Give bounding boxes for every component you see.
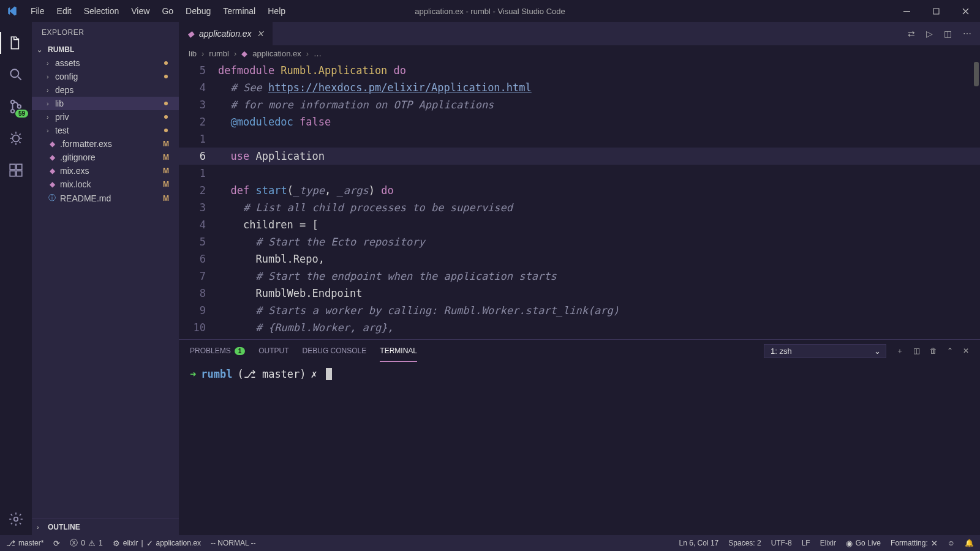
menu-view[interactable]: View <box>125 1 156 21</box>
crumb[interactable]: rumbl <box>209 49 229 58</box>
extensions-icon[interactable] <box>0 154 32 186</box>
chevron-right-icon: › <box>47 59 55 67</box>
panel-tab-terminal[interactable]: TERMINAL <box>380 340 417 362</box>
tree-label: assets <box>55 58 164 68</box>
terminal-select[interactable]: 1: zsh ⌄ <box>764 344 886 358</box>
outline-section[interactable]: › OUTLINE <box>32 519 179 535</box>
sidebar: EXPLORER ⌄ RUMBL › assets › config › dep… <box>32 22 179 535</box>
new-terminal-icon[interactable]: ＋ <box>896 346 903 356</box>
status-indent[interactable]: Spaces: 2 <box>728 539 761 547</box>
status-language[interactable]: ⚙ elixir | ✓ application.ex <box>113 539 201 548</box>
tree-folder[interactable]: › priv <box>32 110 179 124</box>
tree-file[interactable]: ◆ mix.lock M <box>32 178 179 191</box>
source-control-icon[interactable]: 59 <box>0 91 32 122</box>
git-status-badge: M <box>163 167 173 175</box>
status-golive[interactable]: ◉ Go Live <box>846 539 881 548</box>
tree-label: test <box>55 126 164 135</box>
menu-edit[interactable]: Edit <box>51 1 78 21</box>
tree-file[interactable]: ⓘ README.md M <box>32 191 179 205</box>
crumb[interactable]: … <box>314 49 322 58</box>
kill-terminal-icon[interactable]: 🗑 <box>930 347 937 355</box>
tree-folder[interactable]: › test <box>32 124 179 137</box>
chevron-right-icon: › <box>47 127 55 134</box>
debug-icon[interactable] <box>0 122 32 154</box>
svg-rect-0 <box>903 11 910 12</box>
terminal-cursor <box>326 368 332 380</box>
more-icon[interactable]: ⋯ <box>963 29 971 39</box>
chevron-right-icon: › <box>47 73 55 80</box>
sidebar-title: EXPLORER <box>32 22 179 43</box>
sync-icon: ⟳ <box>53 539 60 548</box>
panel-tab-output[interactable]: OUTPUT <box>258 340 288 362</box>
git-status-badge: M <box>163 194 173 203</box>
menu-selection[interactable]: Selection <box>78 1 126 21</box>
settings-gear-icon[interactable] <box>0 503 32 535</box>
status-formatting[interactable]: Formatting: ✕ <box>891 539 938 548</box>
elixir-file-icon: ◆ <box>187 29 194 39</box>
prompt-branch: (⎇ master) <box>237 368 306 380</box>
git-status-badge: M <box>163 153 173 162</box>
tree-folder[interactable]: › lib <box>32 97 179 110</box>
code-content[interactable]: defmodule Rumbl.Application do # See htt… <box>218 62 980 339</box>
chevron-down-icon: ⌄ <box>37 46 45 54</box>
prompt-status: ✗ <box>311 368 317 380</box>
tree-root[interactable]: ⌄ RUMBL <box>32 43 179 56</box>
crumb[interactable]: application.ex <box>252 49 301 58</box>
close-panel-icon[interactable]: ✕ <box>963 347 969 355</box>
panel-tab-debug[interactable]: DEBUG CONSOLE <box>303 340 367 362</box>
tree-file[interactable]: ◆ .gitignore M <box>32 151 179 164</box>
prompt-path: rumbl <box>201 368 232 380</box>
tree-folder[interactable]: › assets <box>32 56 179 70</box>
status-cursor-pos[interactable]: Ln 6, Col 17 <box>679 539 719 547</box>
split-terminal-icon[interactable]: ◫ <box>913 347 920 355</box>
panel-tab-problems[interactable]: PROBLEMS 1 <box>190 340 245 362</box>
status-encoding[interactable]: UTF-8 <box>771 539 792 547</box>
status-eol[interactable]: LF <box>802 539 810 547</box>
run-icon[interactable]: ▷ <box>926 29 933 39</box>
tree-label: config <box>55 72 164 81</box>
menu-help[interactable]: Help <box>262 1 292 21</box>
modified-dot-icon <box>164 129 168 132</box>
editor-tab[interactable]: ◆ application.ex ✕ <box>179 22 273 45</box>
broadcast-icon: ◉ <box>846 539 853 548</box>
tree-folder[interactable]: › deps <box>32 83 179 97</box>
menu-go[interactable]: Go <box>156 1 179 21</box>
info-file-icon: ⓘ <box>47 193 58 203</box>
tree-label: lib <box>55 99 164 108</box>
close-button[interactable] <box>951 0 980 22</box>
close-icon[interactable]: ✕ <box>257 29 264 39</box>
close-icon: ✕ <box>931 539 938 548</box>
menu-debug[interactable]: Debug <box>179 1 217 21</box>
code-editor[interactable]: 5 4 3 2 1 6 1 2 3 4 5 6 7 8 9 10 defmodu… <box>179 62 980 339</box>
scrollbar[interactable] <box>973 62 980 339</box>
status-sync[interactable]: ⟳ <box>53 539 60 548</box>
breadcrumbs[interactable]: lib › rumbl › ◆ application.ex › … <box>179 45 980 62</box>
editor-area: ◆ application.ex ✕ ⇄ ▷ ◫ ⋯ lib › rumbl ›… <box>179 22 980 535</box>
maximize-panel-icon[interactable]: ⌃ <box>947 347 953 355</box>
compare-icon[interactable]: ⇄ <box>908 29 915 39</box>
explorer-icon[interactable] <box>0 27 32 59</box>
minimize-button[interactable] <box>892 0 921 22</box>
split-editor-icon[interactable]: ◫ <box>944 29 952 39</box>
status-feedback-icon[interactable]: ☺ <box>948 539 955 547</box>
crumb[interactable]: lib <box>189 49 197 58</box>
status-problems[interactable]: ⓧ0 ⚠1 <box>70 538 102 549</box>
problems-badge: 1 <box>235 347 246 355</box>
search-icon[interactable] <box>0 59 32 91</box>
scrollbar-thumb[interactable] <box>974 62 979 86</box>
tree-label: mix.exs <box>60 166 163 176</box>
terminal[interactable]: ➜ rumbl (⎇ master) ✗ <box>179 362 980 535</box>
tree-label: README.md <box>60 193 163 203</box>
status-filetype[interactable]: Elixir <box>820 539 836 547</box>
tree-folder[interactable]: › config <box>32 70 179 83</box>
tree-file[interactable]: ◆ .formatter.exs M <box>32 137 179 151</box>
elixir-file-icon: ◆ <box>47 167 58 175</box>
status-bell-icon[interactable]: 🔔 <box>965 539 974 547</box>
tree-file[interactable]: ◆ mix.exs M <box>32 164 179 178</box>
status-branch[interactable]: ⎇ master* <box>6 539 43 548</box>
tree-label: priv <box>55 112 164 122</box>
menu-terminal[interactable]: Terminal <box>217 1 262 21</box>
status-bar: ⎇ master* ⟳ ⓧ0 ⚠1 ⚙ elixir | ✓ applicati… <box>0 535 980 551</box>
menu-file[interactable]: File <box>24 1 51 21</box>
maximize-button[interactable] <box>921 0 951 22</box>
